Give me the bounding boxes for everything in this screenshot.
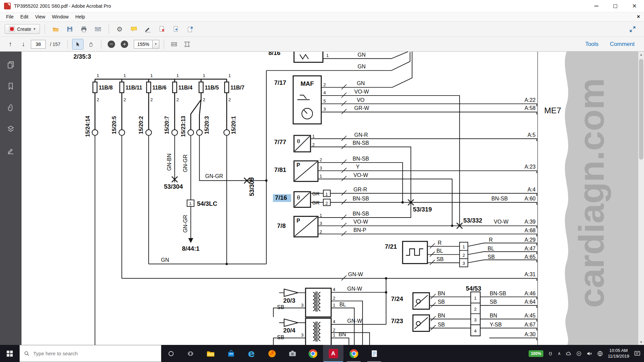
- scrollbar-thumb[interactable]: [639, 59, 643, 160]
- email-icon: [94, 25, 102, 33]
- task-view-button[interactable]: [181, 345, 200, 362]
- menu-view[interactable]: View: [32, 13, 49, 20]
- pages-icon: [7, 61, 15, 69]
- junction-dots: [225, 179, 453, 293]
- diagram-label: 54/53: [466, 285, 481, 292]
- diagram-label: Y: [356, 164, 360, 170]
- comment-bubble-icon: [130, 25, 138, 33]
- next-page-button[interactable]: ↓: [18, 39, 29, 50]
- taskbar-search[interactable]: [19, 345, 161, 362]
- vertical-scrollbar[interactable]: ▲ ▼: [638, 52, 644, 345]
- search-input[interactable]: [33, 351, 141, 356]
- diagram-label: 11B/11: [125, 85, 142, 90]
- layers-icon: [7, 125, 15, 133]
- save-button[interactable]: [64, 23, 76, 35]
- action-center-button[interactable]: [634, 350, 641, 357]
- close-button[interactable]: ×: [625, 0, 644, 12]
- battery-percentage-badge[interactable]: 100%: [529, 350, 544, 357]
- diagram-label: 15/20:5: [111, 116, 117, 134]
- diagram-label: GN: [161, 257, 169, 263]
- diagram-label: GN-W: [347, 286, 362, 292]
- email-button[interactable]: [92, 23, 104, 35]
- diagram-label: A:47: [525, 246, 536, 251]
- menu-file[interactable]: File: [3, 13, 17, 20]
- previous-page-button[interactable]: ↑: [5, 39, 16, 50]
- fit-page-button[interactable]: [181, 39, 193, 50]
- minimize-button[interactable]: [587, 0, 606, 12]
- layers-panel-button[interactable]: [5, 123, 16, 135]
- menubar-close-icon[interactable]: ×: [637, 14, 640, 20]
- bookmarks-panel-button[interactable]: [5, 80, 16, 92]
- diagram-label: A:60: [525, 196, 536, 201]
- zoom-dropdown-button[interactable]: ▼: [153, 40, 159, 49]
- network-icon[interactable]: [597, 351, 603, 357]
- tray-overflow-chevron-icon[interactable]: ∧: [557, 351, 561, 356]
- taskbar-notepad[interactable]: [364, 345, 384, 362]
- menu-bar: File Edit View Window Help ×: [0, 12, 644, 21]
- diagram-label: 3: [320, 221, 322, 226]
- diagram-label: 8/16: [268, 52, 280, 56]
- taskbar-firefox[interactable]: [262, 345, 282, 362]
- diagram-label: GR: [312, 200, 320, 205]
- menu-window[interactable]: Window: [49, 13, 72, 20]
- fullscreen-button[interactable]: [627, 23, 639, 35]
- export-button[interactable]: [184, 23, 196, 35]
- menu-edit[interactable]: Edit: [17, 13, 32, 20]
- diagram-label: A:64: [525, 299, 536, 305]
- settings-button[interactable]: ⚙: [114, 23, 126, 35]
- sign-button[interactable]: [142, 23, 154, 35]
- diagram-label: BN-SB: [491, 196, 508, 201]
- zoom-level-value[interactable]: 155%: [134, 40, 153, 49]
- diagram-label: 11B/4: [178, 85, 193, 90]
- start-button[interactable]: [0, 345, 19, 362]
- scroll-down-icon[interactable]: ▼: [638, 339, 644, 345]
- zoom-in-button[interactable]: +: [119, 39, 130, 50]
- create-button[interactable]: Create ▾: [5, 24, 40, 34]
- taskbar-chrome[interactable]: [343, 345, 364, 362]
- acrobat-app-icon: [4, 3, 11, 9]
- diagram-label: 1: [333, 333, 335, 338]
- zoom-out-button[interactable]: −: [106, 39, 117, 50]
- navbar-separator: [164, 40, 164, 49]
- taskbar-capture-tool[interactable]: [282, 345, 303, 362]
- diagram-label: 2: [97, 97, 99, 102]
- scroll-up-icon[interactable]: ▲: [638, 52, 644, 57]
- pen-device-icon[interactable]: [548, 351, 553, 356]
- onedrive-cloud-icon[interactable]: [566, 351, 572, 357]
- delete-pages-button[interactable]: [156, 23, 168, 35]
- export-icon: [186, 25, 194, 33]
- taskbar-acrobat[interactable]: A: [323, 345, 343, 362]
- taskbar-chromium[interactable]: [303, 345, 323, 362]
- taskbar-store[interactable]: [221, 345, 241, 362]
- convert-button[interactable]: [170, 23, 182, 35]
- diagram-label: 11B/7: [230, 85, 245, 90]
- page-number-input[interactable]: [31, 40, 46, 49]
- diagram-label: GN-W: [348, 272, 363, 277]
- select-tool-button[interactable]: [72, 39, 84, 50]
- volume-muted-icon[interactable]: [586, 351, 592, 357]
- taskbar-clock[interactable]: 10:05 AM 11/19/2019: [608, 348, 629, 359]
- pages-panel-button[interactable]: [5, 59, 16, 70]
- diagram-label: R: [489, 237, 493, 243]
- signature-icon: [7, 146, 15, 155]
- print-button[interactable]: [78, 23, 90, 35]
- hand-tool-button[interactable]: [85, 39, 97, 50]
- cortana-button[interactable]: [161, 345, 181, 362]
- taskbar-file-explorer[interactable]: [200, 345, 221, 362]
- signatures-panel-button[interactable]: [5, 145, 16, 156]
- maximize-button[interactable]: [606, 0, 625, 12]
- comment-tool-button[interactable]: [128, 23, 140, 35]
- open-button[interactable]: [50, 23, 62, 35]
- diagram-label: 2: [312, 142, 315, 147]
- menu-help[interactable]: Help: [72, 13, 89, 20]
- taskbar-edge[interactable]: e: [241, 345, 262, 362]
- document-content-area: cardiagn.com: [0, 52, 644, 345]
- firefox-icon: [268, 349, 276, 358]
- fit-width-button[interactable]: [168, 39, 180, 50]
- hand-icon: [88, 41, 94, 47]
- attachments-panel-button[interactable]: [5, 102, 16, 113]
- tools-tab[interactable]: Tools: [585, 41, 599, 48]
- diagram-label: 11B/6: [152, 85, 166, 90]
- bluetooth-tray-icon[interactable]: [576, 351, 582, 356]
- comment-tab[interactable]: Comment: [610, 41, 635, 48]
